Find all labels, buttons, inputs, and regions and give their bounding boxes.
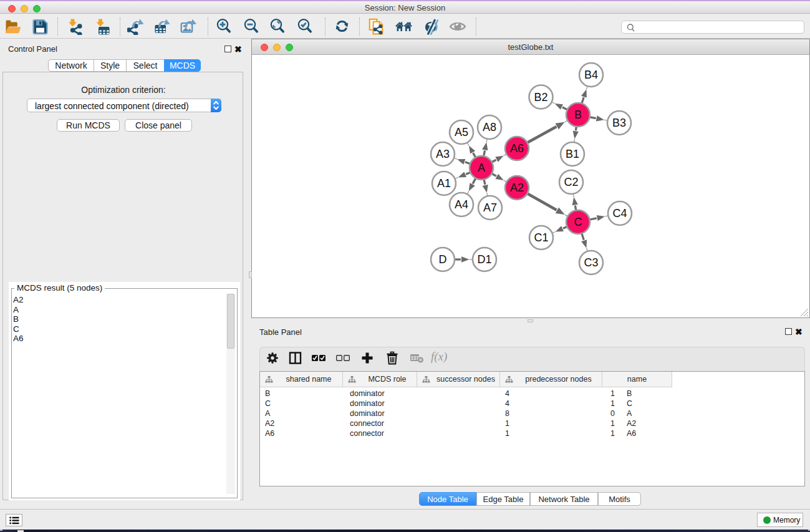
svg-text:B2: B2 <box>534 91 547 104</box>
svg-text:D: D <box>439 253 447 266</box>
svg-text:B: B <box>574 109 582 121</box>
svg-text:A3: A3 <box>436 148 450 160</box>
svg-text:B4: B4 <box>584 69 598 81</box>
svg-text:B3: B3 <box>612 117 626 129</box>
svg-text:A: A <box>478 162 485 174</box>
svg-text:C1: C1 <box>534 231 548 244</box>
svg-text:A1: A1 <box>437 177 451 190</box>
svg-text:C2: C2 <box>564 176 578 188</box>
svg-text:A5: A5 <box>455 126 468 138</box>
svg-text:A4: A4 <box>455 198 468 211</box>
svg-text:D1: D1 <box>477 253 491 266</box>
svg-text:A7: A7 <box>483 201 497 214</box>
svg-text:A8: A8 <box>483 121 496 133</box>
svg-text:C: C <box>574 216 582 228</box>
svg-text:B1: B1 <box>566 148 579 160</box>
svg-text:A6: A6 <box>510 142 524 155</box>
svg-text:C3: C3 <box>584 256 598 269</box>
svg-text:C4: C4 <box>612 207 627 220</box>
svg-text:A2: A2 <box>510 181 524 194</box>
